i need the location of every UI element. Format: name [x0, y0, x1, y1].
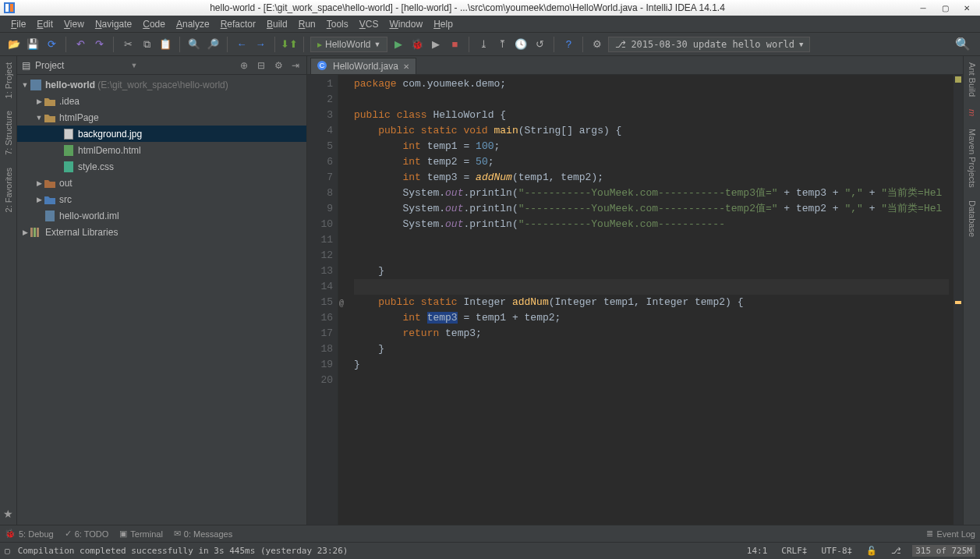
- status-memory[interactable]: 315 of 725M: [912, 545, 975, 557]
- menu-help[interactable]: Help: [429, 17, 458, 31]
- tool-tab-ant[interactable]: Ant Build: [966, 56, 978, 103]
- tree-out-folder[interactable]: ▶ out: [17, 175, 306, 191]
- tool-tab-project[interactable]: 1: Project: [2, 56, 15, 104]
- close-tab-icon[interactable]: ✕: [403, 62, 409, 71]
- menu-run[interactable]: Run: [294, 17, 320, 31]
- svg-rect-11: [37, 228, 39, 237]
- menu-refactor[interactable]: Refactor: [216, 17, 260, 31]
- tool-tab-eventlog[interactable]: ≣Event Log: [926, 529, 975, 539]
- marker-strip[interactable]: [953, 75, 963, 525]
- tool-tab-debug[interactable]: 🐞5: Debug: [5, 529, 54, 539]
- sync-button[interactable]: ⟳: [44, 37, 59, 52]
- editor-gutter[interactable]: 123456789101112131415@1617181920: [307, 75, 338, 525]
- settings-gear-icon[interactable]: ⚙: [272, 59, 285, 72]
- tree-file-stylecss[interactable]: ▶ style.css: [17, 158, 306, 175]
- run-config-selector[interactable]: ▸ HelloWorld ▼: [310, 37, 387, 52]
- make-button[interactable]: ⬇⬆: [281, 37, 297, 52]
- scroll-to-source-button[interactable]: ⊕: [238, 59, 250, 72]
- paste-button[interactable]: 📋: [157, 37, 173, 52]
- tree-root[interactable]: ▼ hello-world (E:\git_work_space\hello-w…: [17, 76, 306, 93]
- css-file-icon: [62, 161, 75, 173]
- window-maximize-button[interactable]: ▢: [935, 1, 955, 15]
- vcs-commit-button[interactable]: ⤒: [494, 37, 510, 52]
- editor-tab-helloworld[interactable]: C HelloWorld.java ✕: [310, 58, 416, 74]
- menu-view[interactable]: View: [59, 17, 89, 31]
- tree-iml-file[interactable]: ▶ hello-world.iml: [17, 207, 306, 224]
- settings-button[interactable]: ⚙: [589, 37, 605, 52]
- forward-button[interactable]: →: [253, 37, 268, 52]
- vcs-branch-selector[interactable]: ⎇ 2015-08-30 update hello world ▼: [608, 37, 810, 52]
- tree-external-libs[interactable]: ▶ External Libraries: [17, 224, 306, 240]
- folder-icon: [44, 177, 56, 189]
- tree-file-htmldemo[interactable]: ▶ htmlDemo.html: [17, 142, 306, 158]
- main-menubar: FileEditViewNavigateCodeAnalyzeRefactorB…: [0, 16, 980, 33]
- status-caret[interactable]: 14:1: [744, 546, 771, 556]
- menu-build[interactable]: Build: [262, 17, 292, 31]
- window-minimize-button[interactable]: ─: [913, 1, 933, 15]
- tool-tab-database[interactable]: Database: [966, 194, 978, 243]
- cut-button[interactable]: ✂: [120, 37, 136, 52]
- vcs-history-button[interactable]: 🕓: [513, 37, 529, 52]
- bottom-tool-tabs: 🐞5: Debug ✓6: TODO ▣Terminal ✉0: Message…: [0, 525, 980, 542]
- svg-rect-6: [64, 145, 73, 156]
- menu-window[interactable]: Window: [384, 17, 427, 31]
- code-editor[interactable]: package com.youmeek.demo;public class He…: [349, 75, 953, 525]
- chevron-down-icon[interactable]: ▼: [131, 62, 138, 69]
- collapse-all-button[interactable]: ⊟: [255, 59, 267, 72]
- back-button[interactable]: ←: [234, 37, 249, 52]
- menu-edit[interactable]: Edit: [32, 17, 58, 31]
- menu-vcs[interactable]: VCS: [355, 17, 384, 31]
- tool-tab-terminal[interactable]: ▣Terminal: [119, 529, 163, 539]
- svg-rect-7: [64, 161, 73, 172]
- tool-tab-maven-label[interactable]: Maven Projects: [966, 122, 978, 194]
- right-tool-strip: Ant Build m Maven Projects Database: [963, 56, 980, 525]
- coverage-button[interactable]: ▶: [428, 37, 444, 52]
- warning-marker[interactable]: [955, 301, 961, 304]
- main-toolbar: 📂 💾 ⟳ ↶ ↷ ✂ ⧉ 📋 🔍 🔎 ← → ⬇⬆ ▸ HelloWorld …: [0, 33, 980, 56]
- open-button[interactable]: 📂: [6, 37, 22, 52]
- star-icon[interactable]: ★: [3, 503, 13, 525]
- search-everywhere-button[interactable]: 🔍: [955, 37, 971, 52]
- menu-file[interactable]: File: [6, 17, 30, 31]
- debug-button[interactable]: 🐞: [409, 37, 425, 52]
- find-button[interactable]: 🔍: [186, 37, 202, 52]
- status-git-icon[interactable]: ⎇: [888, 546, 904, 556]
- copy-button[interactable]: ⧉: [139, 37, 154, 52]
- vcs-branch-label: 2015-08-30 update hello world: [631, 39, 794, 50]
- vcs-revert-button[interactable]: ↺: [532, 37, 547, 52]
- window-close-button[interactable]: ✕: [957, 1, 977, 15]
- replace-button[interactable]: 🔎: [205, 37, 221, 52]
- status-icon[interactable]: ▢: [5, 546, 10, 556]
- tool-tab-maven[interactable]: m: [966, 103, 978, 122]
- tree-idea-folder[interactable]: ▶ .idea: [17, 93, 306, 109]
- save-all-button[interactable]: 💾: [25, 37, 41, 52]
- left-tool-strip: 1: Project 7: Structure 2: Favorites ★: [0, 56, 17, 525]
- tool-tab-structure[interactable]: 7: Structure: [2, 104, 15, 161]
- tree-htmlpage-folder[interactable]: ▼ htmlPage: [17, 109, 306, 126]
- tool-tab-favorites[interactable]: 2: Favorites: [2, 161, 15, 218]
- tool-tab-messages[interactable]: ✉0: Messages: [174, 529, 232, 539]
- undo-button[interactable]: ↶: [73, 37, 88, 52]
- menu-analyze[interactable]: Analyze: [172, 17, 214, 31]
- project-sidebar-header: ▤ Project ▼ ⊕ ⊟ ⚙ ⇥: [17, 56, 306, 75]
- vcs-update-button[interactable]: ⤓: [476, 37, 491, 52]
- chevron-down-icon: ▼: [799, 41, 803, 48]
- run-config-label: HelloWorld: [325, 39, 370, 50]
- menu-tools[interactable]: Tools: [322, 17, 353, 31]
- tree-src-folder[interactable]: ▶ src: [17, 191, 306, 207]
- tool-tab-todo[interactable]: ✓6: TODO: [65, 529, 109, 539]
- stop-button[interactable]: ■: [447, 37, 462, 52]
- redo-button[interactable]: ↷: [91, 37, 107, 52]
- status-line-separator[interactable]: CRLF‡: [778, 546, 810, 556]
- messages-icon: ✉: [174, 529, 181, 539]
- library-icon: [30, 226, 42, 239]
- tree-file-background[interactable]: ▶ background.jpg: [17, 126, 306, 142]
- window-title: hello-world - [E:\git_work_space\hello-w…: [22, 2, 913, 13]
- run-button[interactable]: ▶: [391, 37, 406, 52]
- menu-navigate[interactable]: Navigate: [90, 17, 136, 31]
- menu-code[interactable]: Code: [138, 17, 170, 31]
- hide-button[interactable]: ⇥: [289, 59, 302, 72]
- help-button[interactable]: ?: [561, 37, 576, 52]
- status-lock-icon[interactable]: 🔓: [863, 546, 880, 556]
- status-encoding[interactable]: UTF-8‡: [818, 546, 855, 556]
